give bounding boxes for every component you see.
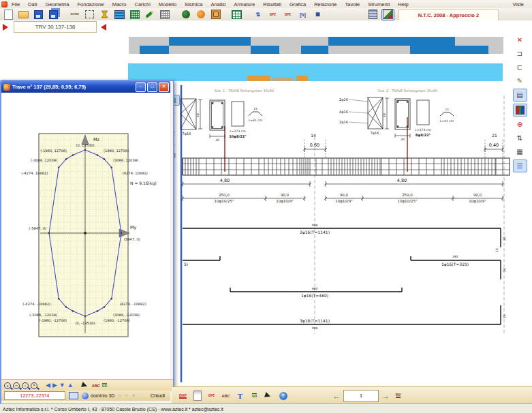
vertex-label: (-3086, -12039): [29, 313, 57, 317]
seg3-length: 90,0: [340, 193, 349, 197]
query-table-button[interactable]: ▦: [311, 9, 324, 20]
status-text: Aztec Informatica s.r.l. * Corso Umberto…: [3, 407, 223, 412]
select-tool-button[interactable]: [263, 391, 275, 401]
domain-3d-icon[interactable]: [82, 393, 89, 399]
vertex-label: (-3086, 12039): [31, 158, 57, 162]
dpz-side-button[interactable]: ⇅: [514, 132, 527, 144]
pan-left-icon[interactable]: ◀: [46, 382, 50, 388]
vertex-label: (-1980, -12706): [39, 318, 67, 322]
save-all-button[interactable]: [47, 9, 60, 20]
menu-item-tavole[interactable]: Tavole: [341, 1, 364, 7]
delete-button[interactable]: ✕: [514, 34, 527, 46]
selection-button[interactable]: [83, 9, 96, 20]
close-window-button[interactable]: Chiudi: [151, 393, 165, 399]
pointer-icon[interactable]: [81, 382, 91, 390]
layers-button[interactable]: [113, 9, 126, 20]
export-dxf-button[interactable]: DXF: [177, 391, 189, 401]
menu-item-grafica[interactable]: Grafica: [285, 1, 310, 7]
help-button[interactable]: ?: [277, 391, 289, 401]
menu-item-fondazione[interactable]: Fondazione: [73, 1, 108, 7]
domain-window-titlebar[interactable]: Trave n° 137 (29,85; 0,95; 6,75) – □ ✕: [1, 81, 170, 93]
view-mode-icon[interactable]: [69, 392, 78, 399]
current-beam-label[interactable]: TRV 30 137-138: [14, 21, 97, 33]
prev-beam-arrow[interactable]: [3, 24, 8, 31]
node-button[interactable]: [179, 9, 192, 20]
edit-button[interactable]: ✎: [514, 75, 527, 87]
plinth-button[interactable]: [209, 9, 222, 20]
query-table-icon: ▦: [315, 12, 320, 17]
pan-up-icon[interactable]: ▲: [67, 382, 74, 388]
graphics-button[interactable]: [381, 9, 394, 20]
pan-right-icon[interactable]: ▶: [52, 382, 57, 388]
menu-item-sismica[interactable]: Sismica: [181, 1, 206, 7]
next-beam-arrow[interactable]: [101, 24, 106, 31]
draw-button[interactable]: [143, 9, 156, 20]
new-file-button[interactable]: [2, 9, 15, 20]
section-colors-button[interactable]: [513, 104, 527, 117]
list-button[interactable]: ☰: [513, 159, 527, 172]
invert-button[interactable]: INV: [392, 391, 404, 401]
next-page-arrow[interactable]: →: [381, 392, 390, 400]
menu-item-risultati[interactable]: Risultati: [259, 1, 285, 7]
open-file-button[interactable]: [17, 9, 30, 20]
dpz-3-button[interactable]: DPZ: [281, 9, 294, 20]
zoom-all-icon[interactable]: *: [31, 382, 37, 389]
menu-item-analisi[interactable]: Analisi: [206, 1, 230, 7]
zoom-in-icon[interactable]: +: [4, 382, 11, 389]
load-button[interactable]: [194, 9, 207, 20]
grid-button[interactable]: [158, 9, 171, 20]
page-number-input[interactable]: [343, 390, 379, 402]
menu-item-armature[interactable]: Armature: [230, 1, 259, 7]
minimize-button[interactable]: –: [136, 82, 146, 92]
prev-page-arrow[interactable]: ←: [332, 392, 341, 400]
target-button[interactable]: ⊕: [514, 119, 527, 130]
bracket-left-button[interactable]: ⊏: [514, 61, 527, 73]
menu-item-strumenti[interactable]: Strumenti: [364, 1, 394, 7]
menu-item-macro[interactable]: Macro: [108, 1, 131, 7]
vertex-label: (3086, 12039): [113, 158, 138, 162]
domain-3d-label[interactable]: dominio 3D: [91, 393, 114, 398]
menu-item-geometria[interactable]: Geometria: [41, 1, 73, 7]
table-side-button[interactable]: ▦: [514, 146, 527, 157]
menu-item-viste[interactable]: Viste: [508, 1, 528, 7]
pan-down-icon[interactable]: ▼: [59, 382, 65, 388]
close-button[interactable]: ✕: [159, 82, 169, 92]
menu-item-relazione[interactable]: Relazione: [310, 1, 341, 7]
zoom-window-icon[interactable]: ▫: [22, 382, 29, 389]
rebar-2-label: 1φ16(T=325): [441, 262, 469, 267]
bracket-right-button[interactable]: ⊐: [514, 48, 527, 59]
labels-button[interactable]: ABC: [220, 391, 232, 401]
print-preview-button[interactable]: [191, 391, 203, 401]
support1-dim: 0,60: [310, 142, 319, 148]
diagram-button[interactable]: [h]: [296, 9, 309, 20]
dpz-export-button[interactable]: DPZ: [206, 391, 217, 401]
materials-button[interactable]: [98, 9, 111, 20]
menu-item-dati[interactable]: Dati: [24, 1, 41, 7]
dpz-2-button[interactable]: DPZ: [266, 9, 279, 20]
text-button[interactable]: T: [234, 391, 246, 401]
save-button[interactable]: [32, 9, 45, 20]
hourglass-icon: [100, 10, 109, 19]
labels-toggle-icon[interactable]: ABC: [92, 384, 100, 388]
dpz-1-button[interactable]: ⇅: [251, 9, 264, 20]
sez1-stirrup-section: [210, 100, 225, 130]
building-button[interactable]: [366, 9, 379, 20]
abc-bottom-icon: ABC: [222, 394, 230, 398]
sd-button[interactable]: SD: [249, 391, 260, 401]
mesh-button[interactable]: [128, 9, 141, 20]
sd-toggle-icon[interactable]: SD: [102, 383, 108, 388]
menu-item-modello[interactable]: Modello: [155, 1, 181, 7]
menu-item-file[interactable]: File: [7, 1, 24, 7]
menu-item-help[interactable]: Help: [394, 1, 412, 7]
design-code-badge: N.T.C. 2008 - Approccio 2: [398, 9, 499, 21]
rebar-1-length: 998: [312, 224, 318, 227]
maximize-button[interactable]: □: [147, 82, 157, 92]
hatch-button[interactable]: ▤: [513, 89, 527, 102]
dpz-check-icon: DPZ: [285, 13, 291, 16]
sez1-stirrup-length: L=173 cm: [230, 129, 245, 133]
menu-item-carichi[interactable]: Carichi: [131, 1, 155, 7]
norm-button[interactable]: NORM: [68, 9, 81, 20]
table-button[interactable]: [230, 9, 243, 20]
sez1-width-label: 30: [215, 138, 219, 142]
zoom-out-icon[interactable]: −: [13, 382, 20, 389]
